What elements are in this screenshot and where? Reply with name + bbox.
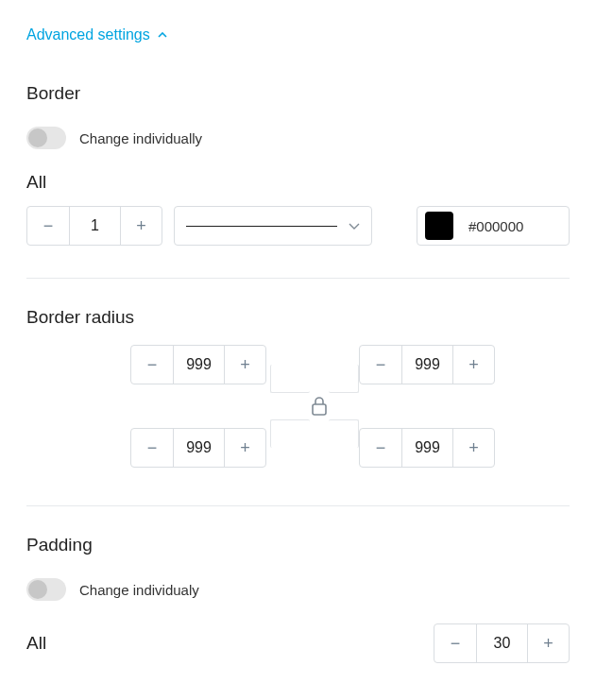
border-color-field[interactable]: #000000 [417, 206, 570, 246]
radius-lock-button[interactable] [310, 396, 329, 417]
padding-individual-label: Change individualy [79, 582, 199, 598]
radius-bottom-left-value[interactable]: 999 [173, 429, 224, 467]
advanced-settings-label: Advanced settings [26, 26, 150, 43]
radius-top-left-stepper[interactable]: − 999 + [130, 345, 266, 384]
border-section-title: Border [26, 83, 570, 104]
radius-decrement[interactable]: − [360, 346, 401, 384]
border-width-value[interactable]: 1 [69, 207, 120, 245]
padding-all-stepper[interactable]: − 30 + [434, 623, 570, 663]
svg-rect-0 [313, 404, 326, 415]
advanced-settings-toggle[interactable]: Advanced settings [26, 26, 167, 43]
radius-increment[interactable]: + [452, 429, 494, 467]
radius-bottom-right-value[interactable]: 999 [401, 429, 452, 467]
radius-top-left-value[interactable]: 999 [173, 346, 224, 384]
radius-decrement[interactable]: − [360, 429, 401, 467]
chevron-down-icon [349, 223, 360, 230]
divider [26, 278, 570, 279]
border-individual-label: Change individually [79, 130, 202, 146]
radius-decrement[interactable]: − [131, 429, 173, 467]
padding-section-title: Padding [26, 535, 570, 555]
toggle-knob [28, 128, 47, 147]
connector-line [329, 419, 359, 448]
border-width-decrement[interactable]: − [27, 207, 69, 245]
border-individual-toggle[interactable] [26, 127, 66, 149]
border-all-label: All [26, 172, 570, 193]
padding-individual-toggle[interactable] [26, 578, 66, 601]
radius-top-right-stepper[interactable]: − 999 + [359, 345, 495, 384]
border-width-increment[interactable]: + [120, 207, 162, 245]
border-radius-section-title: Border radius [26, 307, 570, 328]
radius-bottom-right-stepper[interactable]: − 999 + [359, 428, 495, 468]
padding-all-label: All [26, 633, 46, 654]
radius-decrement[interactable]: − [131, 346, 173, 384]
radius-top-right-value[interactable]: 999 [401, 346, 452, 384]
border-color-hex: #000000 [468, 218, 523, 234]
lock-icon [310, 396, 329, 417]
padding-increment[interactable]: + [527, 624, 569, 662]
chevron-up-icon [158, 32, 167, 38]
padding-value[interactable]: 30 [476, 624, 527, 662]
radius-increment[interactable]: + [224, 429, 265, 467]
connector-line [329, 365, 359, 393]
padding-decrement[interactable]: − [434, 624, 476, 662]
connector-line [270, 419, 310, 448]
border-style-preview [186, 226, 337, 227]
border-style-select[interactable] [174, 206, 372, 246]
connector-line [270, 365, 310, 393]
border-color-swatch[interactable] [425, 212, 453, 240]
radius-increment[interactable]: + [452, 346, 494, 384]
radius-increment[interactable]: + [224, 346, 265, 384]
toggle-knob [28, 580, 47, 599]
divider [26, 505, 570, 506]
border-width-stepper[interactable]: − 1 + [26, 206, 162, 246]
radius-bottom-left-stepper[interactable]: − 999 + [130, 428, 266, 468]
